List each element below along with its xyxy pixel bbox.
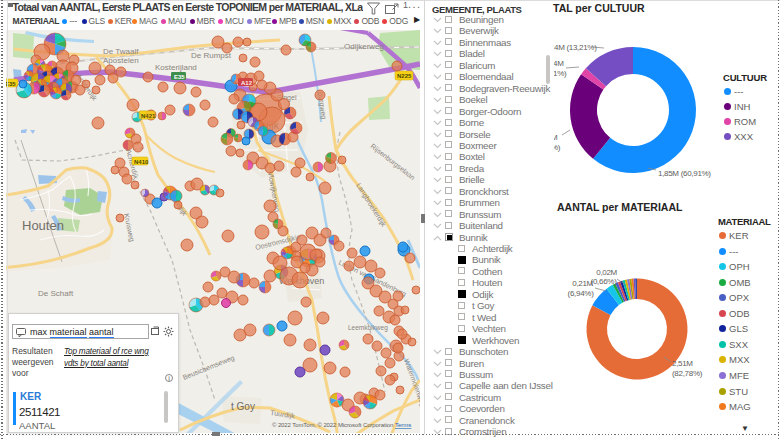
svg-text:Odijkerweg: Odijkerweg — [344, 42, 384, 51]
svg-text:Apostelen: Apostelen — [103, 56, 139, 65]
svg-text:4M (13,21%): 4M (13,21%) — [554, 43, 597, 52]
svg-text:Houten: Houten — [22, 218, 64, 233]
svg-text:4M: 4M — [554, 59, 564, 68]
svg-text:Kosterijland: Kosterijland — [155, 63, 197, 72]
svg-text:De Schaft: De Schaft — [38, 289, 74, 298]
svg-text:1,85M (60,91%): 1,85M (60,91%) — [658, 169, 711, 178]
svg-text:A12: A12 — [241, 80, 253, 86]
svg-text:N410: N410 — [134, 159, 149, 165]
svg-text:N421: N421 — [141, 113, 156, 119]
svg-text:2,51M: 2,51M — [672, 359, 693, 368]
svg-text:M: M — [554, 133, 558, 142]
svg-text:© 2022 TomTom, © 2022 Microsof: © 2022 TomTom, © 2022 Microsoft Corporat… — [272, 422, 393, 428]
svg-text:De Twaalf: De Twaalf — [103, 47, 139, 56]
svg-text:Leemkolkweg: Leemkolkweg — [348, 324, 388, 332]
svg-text:E35: E35 — [174, 74, 185, 80]
svg-text:%): %) — [554, 143, 561, 152]
svg-text:Terms: Terms — [395, 422, 411, 428]
svg-text:0,21M: 0,21M — [572, 279, 593, 288]
svg-text:(6,94%): (6,94%) — [568, 289, 595, 298]
svg-text:E35: E35 — [6, 81, 16, 87]
svg-text:0,02M: 0,02M — [596, 268, 617, 277]
svg-text:(82,78%): (82,78%) — [672, 369, 703, 378]
svg-text:1%): 1%) — [554, 69, 567, 78]
svg-text:(0,66%): (0,66%) — [591, 277, 618, 286]
svg-text:N225: N225 — [397, 73, 412, 79]
svg-text:t Goy: t Goy — [231, 401, 255, 412]
